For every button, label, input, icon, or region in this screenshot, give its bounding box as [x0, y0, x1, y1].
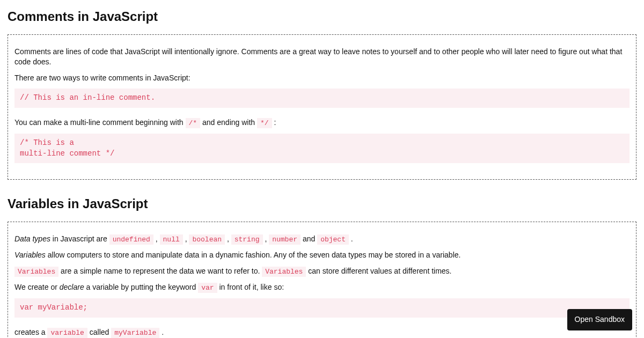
text: , — [183, 234, 189, 243]
paragraph: creates a variable called myVariable . — [14, 327, 630, 338]
paragraph: We create or declare a variable by putti… — [14, 282, 630, 293]
text: can store different values at different … — [306, 267, 451, 275]
paragraph: Variables are a simple name to represent… — [14, 266, 630, 277]
inline-code: var — [198, 283, 217, 293]
text: and — [301, 234, 317, 243]
inline-code: undefined — [109, 234, 153, 245]
text: . — [159, 328, 164, 336]
section-variables: Data types in Javascript are undefined ,… — [8, 222, 636, 338]
text: creates a — [14, 328, 47, 336]
text: in front of it, like so: — [217, 283, 284, 291]
text: , — [225, 234, 231, 243]
emphasis: Variables — [14, 251, 46, 259]
text: : — [272, 118, 276, 127]
text: , — [153, 234, 160, 243]
section-heading-comments: Comments in JavaScript — [8, 8, 636, 26]
inline-code: /* — [186, 118, 201, 128]
paragraph: Variables allow computers to store and m… — [14, 250, 630, 261]
inline-code: boolean — [189, 234, 225, 245]
inline-code: Variables — [262, 267, 306, 277]
section-heading-variables: Variables in JavaScript — [8, 195, 636, 213]
inline-code: number — [269, 234, 301, 245]
text: You can make a multi-line comment beginn… — [14, 118, 186, 127]
paragraph: Data types in Javascript are undefined ,… — [14, 234, 630, 245]
inline-code: variable — [47, 328, 87, 338]
code-block-inline-comment: // This is an in-line comment. — [14, 89, 630, 108]
text: in Javascript are — [50, 234, 109, 243]
text: , — [263, 234, 269, 243]
inline-code: null — [160, 234, 183, 245]
emphasis: Data types — [14, 234, 50, 243]
section-comments: Comments are lines of code that JavaScri… — [8, 34, 636, 180]
text: are a simple name to represent the data … — [58, 267, 262, 275]
inline-code: myVariable — [111, 328, 159, 338]
paragraph: Comments are lines of code that JavaScri… — [14, 47, 630, 68]
text: allow computers to store and manipulate … — [46, 251, 461, 259]
text: We create or — [14, 283, 60, 291]
inline-code: string — [231, 234, 263, 245]
text: and ending with — [200, 118, 257, 127]
code-block-var-declaration: var myVariable; — [14, 298, 630, 318]
inline-code: Variables — [14, 267, 58, 277]
paragraph: You can make a multi-line comment beginn… — [14, 117, 630, 128]
inline-code: object — [317, 234, 349, 245]
inline-code: */ — [257, 118, 272, 128]
text: a variable by putting the keyword — [84, 283, 198, 291]
emphasis: declare — [60, 283, 84, 291]
open-sandbox-button[interactable]: Open Sandbox — [567, 309, 632, 330]
code-block-multiline-comment: /* This is a multi-line comment */ — [14, 134, 630, 163]
text: . — [349, 234, 353, 243]
text: called — [87, 328, 111, 336]
paragraph: There are two ways to write comments in … — [14, 73, 630, 84]
